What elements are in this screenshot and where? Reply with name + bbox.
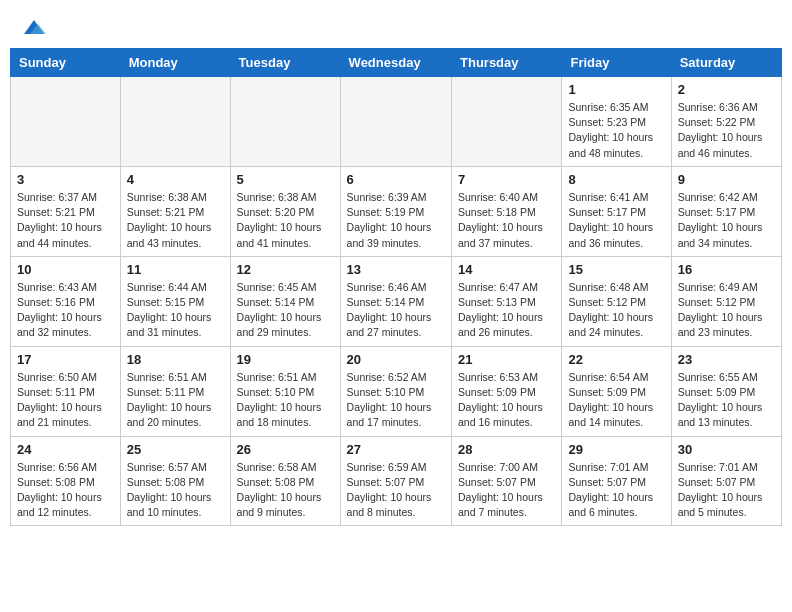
table-row: 16Sunrise: 6:49 AMSunset: 5:12 PMDayligh… <box>671 256 781 346</box>
table-row: 29Sunrise: 7:01 AMSunset: 5:07 PMDayligh… <box>562 436 671 526</box>
calendar-week-1: 1Sunrise: 6:35 AMSunset: 5:23 PMDaylight… <box>11 77 782 167</box>
day-number: 23 <box>678 352 775 367</box>
day-info: Sunrise: 6:40 AMSunset: 5:18 PMDaylight:… <box>458 190 555 251</box>
calendar-table: SundayMondayTuesdayWednesdayThursdayFrid… <box>10 48 782 526</box>
weekday-wednesday: Wednesday <box>340 49 451 77</box>
table-row: 1Sunrise: 6:35 AMSunset: 5:23 PMDaylight… <box>562 77 671 167</box>
day-info: Sunrise: 6:48 AMSunset: 5:12 PMDaylight:… <box>568 280 664 341</box>
day-number: 16 <box>678 262 775 277</box>
weekday-saturday: Saturday <box>671 49 781 77</box>
day-number: 24 <box>17 442 114 457</box>
day-info: Sunrise: 6:35 AMSunset: 5:23 PMDaylight:… <box>568 100 664 161</box>
table-row: 14Sunrise: 6:47 AMSunset: 5:13 PMDayligh… <box>452 256 562 346</box>
day-info: Sunrise: 6:51 AMSunset: 5:11 PMDaylight:… <box>127 370 224 431</box>
logo <box>20 16 46 40</box>
day-number: 19 <box>237 352 334 367</box>
day-number: 12 <box>237 262 334 277</box>
table-row: 18Sunrise: 6:51 AMSunset: 5:11 PMDayligh… <box>120 346 230 436</box>
calendar-week-2: 3Sunrise: 6:37 AMSunset: 5:21 PMDaylight… <box>11 166 782 256</box>
table-row <box>452 77 562 167</box>
table-row: 20Sunrise: 6:52 AMSunset: 5:10 PMDayligh… <box>340 346 451 436</box>
day-info: Sunrise: 6:47 AMSunset: 5:13 PMDaylight:… <box>458 280 555 341</box>
day-number: 4 <box>127 172 224 187</box>
day-info: Sunrise: 6:55 AMSunset: 5:09 PMDaylight:… <box>678 370 775 431</box>
day-info: Sunrise: 7:00 AMSunset: 5:07 PMDaylight:… <box>458 460 555 521</box>
weekday-friday: Friday <box>562 49 671 77</box>
table-row: 28Sunrise: 7:00 AMSunset: 5:07 PMDayligh… <box>452 436 562 526</box>
weekday-tuesday: Tuesday <box>230 49 340 77</box>
table-row: 25Sunrise: 6:57 AMSunset: 5:08 PMDayligh… <box>120 436 230 526</box>
day-number: 8 <box>568 172 664 187</box>
table-row: 12Sunrise: 6:45 AMSunset: 5:14 PMDayligh… <box>230 256 340 346</box>
day-info: Sunrise: 6:52 AMSunset: 5:10 PMDaylight:… <box>347 370 445 431</box>
table-row: 10Sunrise: 6:43 AMSunset: 5:16 PMDayligh… <box>11 256 121 346</box>
day-number: 26 <box>237 442 334 457</box>
table-row <box>230 77 340 167</box>
day-info: Sunrise: 6:56 AMSunset: 5:08 PMDaylight:… <box>17 460 114 521</box>
day-info: Sunrise: 6:51 AMSunset: 5:10 PMDaylight:… <box>237 370 334 431</box>
table-row: 19Sunrise: 6:51 AMSunset: 5:10 PMDayligh… <box>230 346 340 436</box>
table-row: 8Sunrise: 6:41 AMSunset: 5:17 PMDaylight… <box>562 166 671 256</box>
table-row: 9Sunrise: 6:42 AMSunset: 5:17 PMDaylight… <box>671 166 781 256</box>
day-number: 2 <box>678 82 775 97</box>
day-number: 21 <box>458 352 555 367</box>
day-number: 29 <box>568 442 664 457</box>
day-info: Sunrise: 6:39 AMSunset: 5:19 PMDaylight:… <box>347 190 445 251</box>
table-row <box>11 77 121 167</box>
day-number: 14 <box>458 262 555 277</box>
day-info: Sunrise: 6:57 AMSunset: 5:08 PMDaylight:… <box>127 460 224 521</box>
day-info: Sunrise: 6:59 AMSunset: 5:07 PMDaylight:… <box>347 460 445 521</box>
table-row: 21Sunrise: 6:53 AMSunset: 5:09 PMDayligh… <box>452 346 562 436</box>
day-info: Sunrise: 6:50 AMSunset: 5:11 PMDaylight:… <box>17 370 114 431</box>
day-number: 15 <box>568 262 664 277</box>
table-row: 30Sunrise: 7:01 AMSunset: 5:07 PMDayligh… <box>671 436 781 526</box>
day-number: 1 <box>568 82 664 97</box>
table-row: 15Sunrise: 6:48 AMSunset: 5:12 PMDayligh… <box>562 256 671 346</box>
day-info: Sunrise: 6:46 AMSunset: 5:14 PMDaylight:… <box>347 280 445 341</box>
day-info: Sunrise: 6:53 AMSunset: 5:09 PMDaylight:… <box>458 370 555 431</box>
table-row: 26Sunrise: 6:58 AMSunset: 5:08 PMDayligh… <box>230 436 340 526</box>
table-row: 22Sunrise: 6:54 AMSunset: 5:09 PMDayligh… <box>562 346 671 436</box>
day-number: 11 <box>127 262 224 277</box>
calendar-week-3: 10Sunrise: 6:43 AMSunset: 5:16 PMDayligh… <box>11 256 782 346</box>
day-info: Sunrise: 6:37 AMSunset: 5:21 PMDaylight:… <box>17 190 114 251</box>
calendar-wrapper: SundayMondayTuesdayWednesdayThursdayFrid… <box>0 48 792 546</box>
page-header <box>0 0 792 48</box>
day-number: 30 <box>678 442 775 457</box>
table-row <box>340 77 451 167</box>
table-row: 23Sunrise: 6:55 AMSunset: 5:09 PMDayligh… <box>671 346 781 436</box>
table-row: 4Sunrise: 6:38 AMSunset: 5:21 PMDaylight… <box>120 166 230 256</box>
weekday-thursday: Thursday <box>452 49 562 77</box>
table-row: 3Sunrise: 6:37 AMSunset: 5:21 PMDaylight… <box>11 166 121 256</box>
day-info: Sunrise: 6:41 AMSunset: 5:17 PMDaylight:… <box>568 190 664 251</box>
table-row: 17Sunrise: 6:50 AMSunset: 5:11 PMDayligh… <box>11 346 121 436</box>
day-info: Sunrise: 6:42 AMSunset: 5:17 PMDaylight:… <box>678 190 775 251</box>
day-number: 10 <box>17 262 114 277</box>
day-number: 3 <box>17 172 114 187</box>
table-row: 11Sunrise: 6:44 AMSunset: 5:15 PMDayligh… <box>120 256 230 346</box>
day-info: Sunrise: 6:58 AMSunset: 5:08 PMDaylight:… <box>237 460 334 521</box>
table-row <box>120 77 230 167</box>
day-info: Sunrise: 7:01 AMSunset: 5:07 PMDaylight:… <box>568 460 664 521</box>
day-number: 9 <box>678 172 775 187</box>
day-number: 28 <box>458 442 555 457</box>
day-number: 18 <box>127 352 224 367</box>
calendar-week-5: 24Sunrise: 6:56 AMSunset: 5:08 PMDayligh… <box>11 436 782 526</box>
day-number: 6 <box>347 172 445 187</box>
day-number: 7 <box>458 172 555 187</box>
day-number: 25 <box>127 442 224 457</box>
day-info: Sunrise: 6:45 AMSunset: 5:14 PMDaylight:… <box>237 280 334 341</box>
day-info: Sunrise: 6:38 AMSunset: 5:21 PMDaylight:… <box>127 190 224 251</box>
table-row: 7Sunrise: 6:40 AMSunset: 5:18 PMDaylight… <box>452 166 562 256</box>
table-row: 5Sunrise: 6:38 AMSunset: 5:20 PMDaylight… <box>230 166 340 256</box>
calendar-week-4: 17Sunrise: 6:50 AMSunset: 5:11 PMDayligh… <box>11 346 782 436</box>
day-number: 5 <box>237 172 334 187</box>
table-row: 2Sunrise: 6:36 AMSunset: 5:22 PMDaylight… <box>671 77 781 167</box>
day-info: Sunrise: 6:54 AMSunset: 5:09 PMDaylight:… <box>568 370 664 431</box>
day-info: Sunrise: 7:01 AMSunset: 5:07 PMDaylight:… <box>678 460 775 521</box>
day-number: 27 <box>347 442 445 457</box>
weekday-monday: Monday <box>120 49 230 77</box>
day-info: Sunrise: 6:44 AMSunset: 5:15 PMDaylight:… <box>127 280 224 341</box>
table-row: 6Sunrise: 6:39 AMSunset: 5:19 PMDaylight… <box>340 166 451 256</box>
day-number: 22 <box>568 352 664 367</box>
